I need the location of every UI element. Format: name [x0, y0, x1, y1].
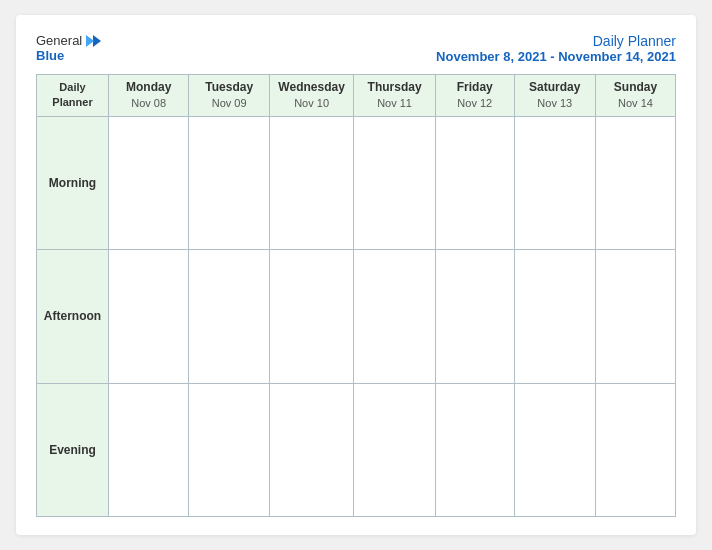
logo-area: General Blue	[36, 33, 102, 63]
cell-afternoon-wed[interactable]	[270, 250, 354, 383]
cell-evening-mon[interactable]	[109, 383, 189, 516]
cell-afternoon-tue[interactable]	[189, 250, 270, 383]
row-label-evening: Evening	[37, 383, 109, 516]
logo-blue-text: Blue	[36, 48, 64, 63]
row-afternoon: Afternoon	[37, 250, 676, 383]
cell-evening-thu[interactable]	[354, 383, 436, 516]
planner-page: General Blue Daily Planner November 8, 2…	[16, 15, 696, 535]
planner-date-range: November 8, 2021 - November 14, 2021	[436, 49, 676, 64]
header-col-1: Tuesday Nov 09	[189, 75, 270, 117]
title-area: Daily Planner November 8, 2021 - Novembe…	[436, 33, 676, 64]
svg-marker-1	[86, 35, 94, 47]
cell-evening-sat[interactable]	[514, 383, 595, 516]
header-col-3: Thursday Nov 11	[354, 75, 436, 117]
planner-title: Daily Planner	[436, 33, 676, 49]
cell-afternoon-sun[interactable]	[595, 250, 675, 383]
row-morning: Morning	[37, 116, 676, 249]
header-col-0: Monday Nov 08	[109, 75, 189, 117]
cell-afternoon-mon[interactable]	[109, 250, 189, 383]
cell-evening-tue[interactable]	[189, 383, 270, 516]
cell-morning-thu[interactable]	[354, 116, 436, 249]
svg-marker-0	[93, 35, 101, 47]
logo-general-text: General	[36, 33, 82, 48]
cell-morning-wed[interactable]	[270, 116, 354, 249]
cell-evening-wed[interactable]	[270, 383, 354, 516]
cell-morning-mon[interactable]	[109, 116, 189, 249]
cell-evening-sun[interactable]	[595, 383, 675, 516]
cell-morning-sat[interactable]	[514, 116, 595, 249]
cell-afternoon-sat[interactable]	[514, 250, 595, 383]
header: General Blue Daily Planner November 8, 2…	[36, 33, 676, 64]
header-daily-planner: Daily Planner	[37, 75, 109, 117]
cell-morning-tue[interactable]	[189, 116, 270, 249]
row-label-morning: Morning	[37, 116, 109, 249]
header-col-6: Sunday Nov 14	[595, 75, 675, 117]
header-col-4: Friday Nov 12	[435, 75, 514, 117]
cell-afternoon-fri[interactable]	[435, 250, 514, 383]
cell-afternoon-thu[interactable]	[354, 250, 436, 383]
cell-evening-fri[interactable]	[435, 383, 514, 516]
cell-morning-fri[interactable]	[435, 116, 514, 249]
cell-morning-sun[interactable]	[595, 116, 675, 249]
header-col-2: Wednesday Nov 10	[270, 75, 354, 117]
row-label-afternoon: Afternoon	[37, 250, 109, 383]
header-row: Daily Planner Monday Nov 08 Tuesday Nov …	[37, 75, 676, 117]
calendar-table: Daily Planner Monday Nov 08 Tuesday Nov …	[36, 74, 676, 517]
header-col-5: Saturday Nov 13	[514, 75, 595, 117]
row-evening: Evening	[37, 383, 676, 516]
logo-icon	[84, 34, 102, 48]
